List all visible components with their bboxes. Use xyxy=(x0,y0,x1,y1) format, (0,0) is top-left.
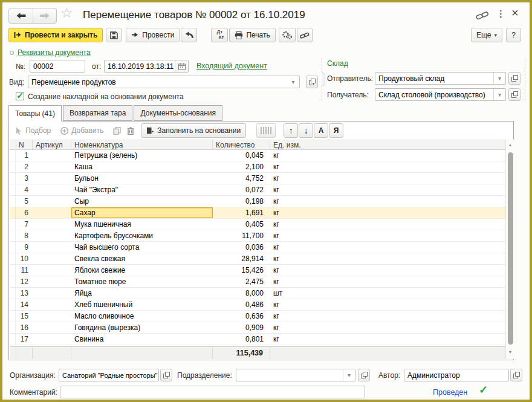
cell-unit[interactable]: шт xyxy=(270,288,505,299)
favorite-star-icon[interactable]: ☆ xyxy=(60,5,73,21)
cell-marker[interactable] xyxy=(10,219,16,230)
cell-nomenclature[interactable]: Говядина (вырезка) xyxy=(71,322,213,333)
cell-unit[interactable]: кг xyxy=(270,311,505,322)
tab-goods[interactable]: Товары (41) xyxy=(8,105,62,122)
incoming-document-link[interactable]: Входящий документ xyxy=(196,62,267,70)
cell-quantity[interactable]: 0,636 xyxy=(213,311,270,322)
cell-n[interactable]: 6 xyxy=(16,207,33,218)
settings-button[interactable] xyxy=(279,28,296,42)
cell-nomenclature[interactable]: Сыр xyxy=(71,196,213,207)
cell-quantity[interactable]: 2,100 xyxy=(213,161,270,172)
cell-unit[interactable]: кг xyxy=(270,161,505,172)
cell-nomenclature[interactable]: Картофель брусочками xyxy=(71,230,213,241)
cell-nomenclature[interactable]: Яблоки свежие xyxy=(71,265,213,276)
tab-basis-documents[interactable]: Документы-основания xyxy=(134,105,222,121)
barcode-button[interactable] xyxy=(256,123,276,138)
cell-article[interactable] xyxy=(33,242,71,253)
post-button[interactable]: Провести xyxy=(126,28,180,42)
scroll-up-icon[interactable]: ▲ xyxy=(506,143,514,147)
cell-marker[interactable] xyxy=(10,311,16,322)
cell-article[interactable] xyxy=(33,230,71,241)
fill-on-basis-button[interactable]: Заполнить на основании xyxy=(141,123,246,138)
cell-article[interactable] xyxy=(33,265,71,276)
cell-nomenclature[interactable]: Масло сливочное xyxy=(71,311,213,322)
organization-field[interactable]: Санаторий "Родные просторы" xyxy=(59,369,159,381)
table-row[interactable]: 15Масло сливочное0,636кг xyxy=(10,311,505,322)
table-row[interactable]: 12Томатное пюре2,475кг xyxy=(10,276,505,288)
cell-nomenclature[interactable]: Сахар xyxy=(71,207,213,218)
cell-n[interactable]: 14 xyxy=(16,299,33,310)
scroll-down-icon[interactable]: ▼ xyxy=(506,350,514,354)
cell-article[interactable] xyxy=(33,207,71,218)
doc-requisites-link[interactable]: Реквизиты документа xyxy=(10,48,91,57)
cell-marker[interactable] xyxy=(10,322,16,333)
move-down-button[interactable]: ↓ xyxy=(299,123,313,138)
cell-nomenclature[interactable]: Петрушка (зелень) xyxy=(71,150,213,161)
save-button[interactable] xyxy=(106,28,122,42)
department-combo[interactable]: ▾ xyxy=(236,369,355,381)
calendar-icon[interactable] xyxy=(175,60,188,72)
cell-unit[interactable]: кг xyxy=(270,230,505,241)
cell-nomenclature[interactable]: Чай высшего сорта xyxy=(71,242,213,253)
scrollbar-thumb[interactable] xyxy=(508,152,513,345)
cell-n[interactable]: 7 xyxy=(16,219,33,230)
header-quantity[interactable]: Количество xyxy=(213,140,270,149)
kind-combo[interactable]: Перемещение продуктов ▾ xyxy=(28,76,300,88)
cell-marker[interactable] xyxy=(10,230,16,241)
pick-button[interactable]: Подбор xyxy=(13,123,54,138)
cell-n[interactable]: 17 xyxy=(16,334,33,345)
cell-nomenclature[interactable]: Чай "Экстра" xyxy=(71,184,213,195)
add-row-button[interactable]: Добавить xyxy=(57,123,106,138)
cell-quantity[interactable]: 2,475 xyxy=(213,276,270,287)
table-row[interactable]: 5Сыр0,198кг xyxy=(10,196,505,207)
cell-marker[interactable] xyxy=(10,334,16,345)
cell-marker[interactable] xyxy=(10,288,16,299)
more-button[interactable]: Еще ▾ xyxy=(471,28,502,42)
cell-unit[interactable]: кг xyxy=(270,265,505,276)
header-nomenclature[interactable]: Номенклатура xyxy=(71,140,213,149)
author-open-button[interactable] xyxy=(510,369,522,381)
cell-unit[interactable]: кг xyxy=(270,242,505,253)
delete-row-button[interactable] xyxy=(124,123,137,138)
create-invoice-checkbox[interactable]: ✓ xyxy=(16,92,24,100)
splitter-grip[interactable] xyxy=(322,73,325,86)
cell-n[interactable]: 3 xyxy=(16,173,33,184)
cell-article[interactable] xyxy=(33,288,71,299)
sender-combo[interactable]: Продуктовый склад ▾ xyxy=(375,72,506,85)
cell-n[interactable]: 5 xyxy=(16,196,33,207)
cell-quantity[interactable]: 0,036 xyxy=(213,242,270,253)
table-row[interactable]: 14Хлеб пшеничный0,486кг xyxy=(10,299,505,311)
doc-requisites-label[interactable]: Реквизиты документа xyxy=(18,48,91,57)
cell-n[interactable]: 12 xyxy=(16,276,33,287)
header-article[interactable]: Артикул xyxy=(33,140,71,149)
cell-unit[interactable]: кг xyxy=(270,173,505,184)
table-row[interactable]: 9Чай высшего сорта0,036кг xyxy=(10,242,505,253)
cell-quantity[interactable]: 0,045 xyxy=(213,150,270,161)
cell-quantity[interactable]: 8,000 xyxy=(213,288,270,299)
cell-unit[interactable]: кг xyxy=(270,184,505,195)
cell-n[interactable]: 2 xyxy=(16,161,33,172)
cell-n[interactable]: 10 xyxy=(16,253,33,264)
table-row[interactable]: 17Свинина0,801кг xyxy=(10,334,505,345)
cell-nomenclature[interactable]: Каша xyxy=(71,161,213,172)
cell-article[interactable] xyxy=(33,334,71,345)
cell-n[interactable]: 4 xyxy=(16,184,33,195)
cell-marker[interactable] xyxy=(10,161,16,172)
sender-open-button[interactable] xyxy=(508,72,521,85)
cell-nomenclature[interactable]: Свекла свежая xyxy=(71,253,213,264)
tab-returnable-packaging[interactable]: Возвратная тара xyxy=(63,105,133,121)
sort-desc-button[interactable]: Я xyxy=(329,123,343,138)
cell-article[interactable] xyxy=(33,150,71,161)
date-field[interactable]: 16.10.2019 13:18:11 xyxy=(104,60,189,73)
cell-quantity[interactable]: 0,405 xyxy=(213,219,270,230)
cell-marker[interactable] xyxy=(10,253,16,264)
table-row[interactable]: 6Сахар1,691кг xyxy=(10,207,505,219)
table-row[interactable]: 7Мука пшеничная0,405кг xyxy=(10,219,505,230)
cell-n[interactable]: 15 xyxy=(16,311,33,322)
cell-n[interactable]: 11 xyxy=(16,265,33,276)
cell-n[interactable]: 8 xyxy=(16,230,33,241)
cell-article[interactable] xyxy=(33,311,71,322)
cell-unit[interactable]: кг xyxy=(270,276,505,287)
cell-marker[interactable] xyxy=(10,150,16,161)
receiver-open-button[interactable] xyxy=(508,88,521,101)
